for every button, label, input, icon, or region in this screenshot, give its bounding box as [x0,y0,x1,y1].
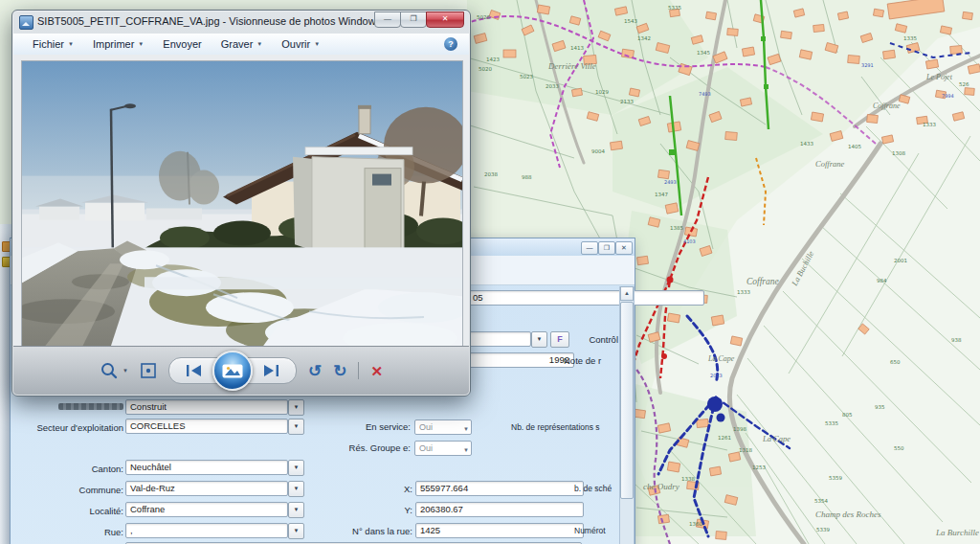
magnifier-icon[interactable] [100,361,119,380]
svg-text:5020: 5020 [479,66,492,72]
photo-viewer-window: SIBT5005_PETIT_COFFRANE_VA.jpg - Visionn… [11,10,471,397]
res-groupe-label: Rés. Groupe e: [334,442,411,453]
rotate-ccw-icon[interactable]: ↺ [308,363,322,379]
svg-text:938: 938 [951,337,962,343]
y-field[interactable]: 206380.67 [415,502,584,517]
delete-icon[interactable]: ✕ [370,364,383,378]
scroll-up-icon[interactable]: ▲ [620,286,634,301]
svg-text:1333: 1333 [923,122,936,127]
canton-field[interactable]: Neuchâtel [125,460,288,475]
localite-label: Localité: [18,506,123,516]
svg-text:1345: 1345 [697,50,710,56]
help-icon[interactable]: ? [444,37,457,51]
chevron-down-icon[interactable]: ▼ [288,399,304,416]
photo-viewer-title-bar[interactable]: SIBT5005_PETIT_COFFRANE_VA.jpg - Visionn… [12,11,470,34]
svg-text:7493: 7493 [699,91,711,97]
photo-display-area [13,55,469,348]
svg-text:2033: 2033 [546,83,559,89]
svg-text:935: 935 [875,404,885,410]
chevron-down-icon: ▼ [138,41,144,47]
svg-text:Derrière Ville: Derrière Ville [547,61,596,71]
svg-text:1335: 1335 [903,35,917,41]
menu-ouvrir[interactable]: Ouvrir▼ [281,38,320,50]
svg-text:1342: 1342 [637,35,651,41]
secteur-field[interactable]: CORCELLES [125,419,288,434]
chevron-down-icon[interactable]: ▼ [288,460,304,476]
chevron-down-icon[interactable]: ▼ [288,502,304,518]
chevron-down-icon[interactable]: ▼ [288,419,304,435]
res-groupe-combo[interactable]: Oui▼ [414,441,472,456]
svg-text:5339: 5339 [816,527,830,533]
window-title: SIBT5005_PETIT_COFFRANE_VA.jpg - Visionn… [37,15,381,27]
svg-text:La Cape: La Cape [762,434,791,443]
utility-cabin [293,147,416,263]
rotate-cw-icon[interactable]: ↻ [333,363,346,379]
chevron-down-icon: ▼ [314,41,320,47]
controle-label: Contrôl [542,334,618,345]
next-icon[interactable] [262,364,279,377]
svg-text:7994: 7994 [942,93,954,99]
svg-text:1333: 1333 [737,289,750,295]
secteur-label: Secteur d'exploitation [18,422,123,433]
en-service-combo[interactable]: Oui▼ [414,419,472,435]
menu-imprimer[interactable]: Imprimer▼ [93,38,144,50]
svg-text:1398: 1398 [733,426,746,432]
svg-text:La Burchille: La Burchille [935,528,979,537]
svg-text:988: 988 [522,174,532,180]
minimize-icon[interactable]: — [374,11,401,28]
maximize-icon[interactable]: ❐ [400,11,427,28]
y-label: Y: [384,505,412,515]
svg-text:Coffrane: Coffrane [746,277,779,286]
svg-text:1253: 1253 [752,465,766,470]
chevron-down-icon: ▼ [463,444,469,456]
svg-text:650: 650 [890,359,901,365]
x-field[interactable]: 555977.664 [415,481,584,496]
form-scrollbar[interactable]: ▲ [619,286,635,544]
svg-text:2038: 2038 [484,171,498,177]
etat-field[interactable]: Construit [125,399,288,415]
svg-text:2493: 2493 [664,179,677,185]
num-rue-label: N° dans la rue: [326,526,412,536]
previous-icon[interactable] [186,364,203,377]
svg-text:1543: 1543 [624,18,637,24]
chevron-down-icon[interactable]: ▼ [122,368,128,374]
svg-text:Champ des Roches: Champ des Roches [815,510,881,519]
svg-text:1423: 1423 [486,57,500,62]
svg-text:1338: 1338 [681,476,695,482]
commune-field[interactable]: Val-de-Ruz [125,481,288,496]
maximize-icon[interactable]: ❐ [598,241,615,255]
chevron-down-icon: ▼ [68,41,74,47]
menu-graver[interactable]: Graver▼ [221,38,263,50]
svg-text:5026: 5026 [477,14,490,20]
navigation-group [168,357,297,384]
svg-text:1318: 1318 [739,447,752,453]
menu-envoyer[interactable]: Envoyer [163,38,201,50]
close-icon[interactable]: ✕ [426,11,464,28]
svg-text:Coffrane: Coffrane [873,102,901,110]
svg-text:550: 550 [894,445,904,451]
commune-label: Commune: [18,485,123,495]
scrollbar-thumb[interactable] [620,302,634,499]
svg-text:5335: 5335 [825,420,838,426]
chevron-down-icon[interactable]: ▼ [288,481,304,497]
svg-text:1261: 1261 [718,435,731,441]
rue-label: Rue: [18,527,123,537]
svg-text:1385: 1385 [670,225,683,231]
svg-text:5335: 5335 [668,5,681,11]
minimize-icon[interactable]: — [581,241,598,255]
nb-representations-label: Nb. de représentations s [511,422,618,432]
rue-field[interactable]: , [125,523,288,538]
svg-text:5359: 5359 [829,475,842,481]
svg-text:9004: 9004 [591,148,605,154]
slideshow-icon[interactable] [212,351,253,391]
svg-text:5023: 5023 [520,74,533,79]
num-rue-field[interactable]: 1425 [415,523,584,538]
fit-to-window-icon[interactable] [140,362,157,379]
nb-schema-label: b. de sché [574,484,618,493]
menu-fichier[interactable]: Fichier▼ [33,38,74,50]
svg-text:3291: 3291 [861,62,874,68]
chevron-down-icon[interactable]: ▼ [288,523,304,539]
localite-field[interactable]: Coffrane [125,502,288,517]
close-icon[interactable]: ✕ [615,241,633,255]
svg-text:1308: 1308 [892,150,905,156]
